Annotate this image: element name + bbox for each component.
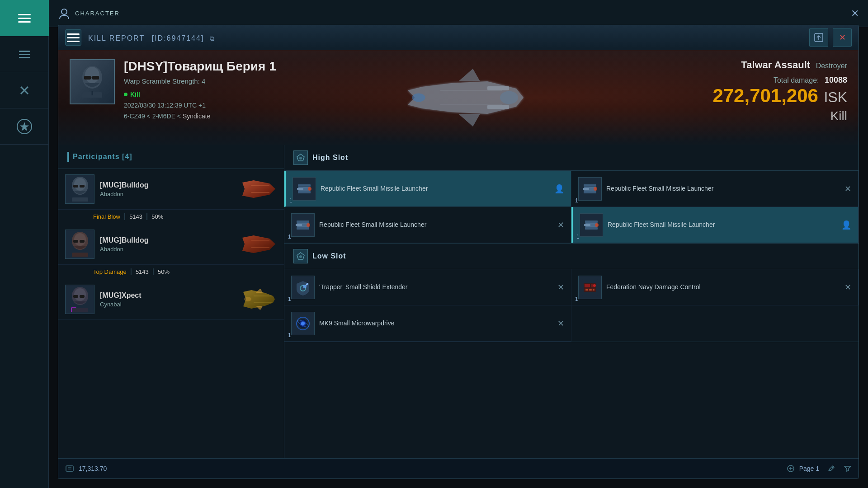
stat-divider-4: | bbox=[152, 267, 154, 276]
combat-icon bbox=[17, 83, 32, 98]
sidebar-item-star[interactable] bbox=[0, 108, 49, 145]
hamburger-icon bbox=[18, 14, 31, 23]
participant-2-name: [MUG]Bulldog bbox=[100, 236, 236, 244]
bottom-bar: 17,313.70 Page 1 bbox=[58, 458, 859, 479]
high-slot-item-1[interactable]: Republic Fleet Small Missile Launcher 👤 … bbox=[284, 171, 571, 207]
low-slot-item-2-qty: 1 bbox=[575, 296, 578, 302]
svg-rect-64 bbox=[296, 224, 302, 226]
close-window-button[interactable]: ✕ bbox=[833, 28, 852, 47]
close-icon: ✕ bbox=[839, 33, 846, 42]
svg-rect-1 bbox=[19, 54, 30, 55]
svg-rect-62 bbox=[297, 227, 309, 230]
svg-rect-49 bbox=[298, 184, 311, 187]
svg-rect-68 bbox=[585, 227, 598, 230]
edit-icon[interactable] bbox=[827, 465, 835, 473]
participant-1-ship-svg bbox=[242, 179, 276, 199]
svg-point-51 bbox=[308, 187, 311, 191]
svg-rect-31 bbox=[73, 240, 78, 243]
participant-2-portrait bbox=[69, 232, 91, 257]
missile-launcher-svg-1 bbox=[294, 179, 314, 199]
participants-header: Participants [4] bbox=[58, 145, 284, 169]
high-slot-item-2[interactable]: Republic Fleet Small Missile Launcher ✕ … bbox=[571, 171, 859, 207]
microwarpdrive-svg bbox=[293, 314, 313, 333]
low-slot-item-1[interactable]: 'Trapper' Small Shield Extender ✕ 1 bbox=[284, 269, 571, 305]
stat-divider-3: | bbox=[130, 267, 132, 276]
participant-3[interactable]: [MUG]Xpect Cynabal bbox=[58, 279, 284, 320]
damage-label: Total damage: bbox=[774, 76, 819, 84]
low-slot-item-2[interactable]: Federation Navy Damage Control ✕ 1 bbox=[571, 269, 859, 305]
ship-name-stat: Talwar Assault Destroyer bbox=[712, 59, 847, 71]
low-slot-symbol bbox=[296, 252, 305, 261]
kill-type-label: Kill bbox=[712, 109, 847, 123]
missile-launcher-icon-1 bbox=[292, 177, 316, 201]
svg-point-72 bbox=[299, 255, 302, 258]
svg-rect-26 bbox=[72, 197, 88, 202]
participant-2-group: [MUG]Bulldog Abaddon bbox=[58, 224, 284, 279]
bottom-bar-value: 17,313.70 bbox=[79, 465, 782, 472]
high-slot-item-4[interactable]: Republic Fleet Small Missile Launcher 👤 … bbox=[571, 207, 859, 243]
participant-1-pct: 50% bbox=[151, 213, 163, 220]
low-slot-item-3[interactable]: MK9 Small Microwarpdrive ✕ 1 bbox=[284, 305, 571, 342]
svg-point-69 bbox=[595, 223, 599, 227]
svg-rect-33 bbox=[72, 253, 88, 257]
svg-marker-6 bbox=[20, 122, 29, 131]
svg-rect-70 bbox=[584, 224, 590, 226]
participant-1-info: [MUG]Bulldog Abaddon bbox=[100, 181, 236, 197]
sidebar-top-button[interactable] bbox=[0, 0, 49, 36]
filter-icon[interactable] bbox=[844, 465, 852, 473]
svg-rect-55 bbox=[584, 184, 596, 187]
participant-3-ship: Cynabal bbox=[100, 301, 236, 308]
syndicate-text: Syndicate bbox=[183, 113, 210, 120]
high-slot-item-3-qty: 1 bbox=[288, 234, 291, 240]
isk-row: 272,701,206 ISK bbox=[712, 85, 847, 107]
damage-row: Total damage: 10088 bbox=[712, 75, 847, 85]
bottom-bar-icon bbox=[65, 464, 74, 473]
svg-line-99 bbox=[832, 467, 833, 468]
svg-rect-12 bbox=[92, 76, 99, 80]
low-slot-item-3-name: MK9 Small Microwarpdrive bbox=[319, 319, 553, 328]
participant-1-avatar bbox=[65, 174, 94, 204]
sidebar-item-combat[interactable] bbox=[0, 72, 49, 108]
svg-point-46 bbox=[299, 157, 302, 160]
high-slot-section: High Slot bbox=[284, 145, 859, 244]
svg-rect-18 bbox=[487, 105, 509, 109]
kill-report-window: KILL REPORT [ID:6947144] ⧉ ✕ bbox=[58, 25, 859, 479]
star-icon bbox=[16, 118, 33, 135]
add-icon[interactable] bbox=[787, 465, 795, 473]
low-slot-item-3-qty: 1 bbox=[288, 332, 291, 338]
char-header-title: CHARACTER bbox=[75, 10, 120, 17]
low-slot-item-1-qty: 1 bbox=[288, 296, 291, 302]
sidebar-item-menu[interactable] bbox=[0, 36, 49, 72]
window-titlebar: KILL REPORT [ID:6947144] ⧉ ✕ bbox=[58, 25, 859, 50]
isk-value: 272,701,206 bbox=[712, 85, 818, 106]
copy-icon[interactable]: ⧉ bbox=[210, 35, 215, 42]
char-portrait-icon bbox=[58, 7, 71, 20]
missile-launcher-svg-2 bbox=[580, 179, 600, 199]
high-slot-icon bbox=[293, 150, 308, 165]
svg-rect-86 bbox=[593, 289, 594, 291]
low-slot-item-1-action: ✕ bbox=[557, 282, 564, 292]
svg-rect-58 bbox=[583, 188, 589, 190]
shield-extender-svg bbox=[293, 277, 313, 297]
high-slot-item-3[interactable]: Republic Fleet Small Missile Launcher ✕ … bbox=[284, 207, 571, 243]
svg-rect-61 bbox=[297, 221, 309, 223]
missile-launcher-svg-4 bbox=[581, 215, 601, 235]
participant-1[interactable]: [MUG]Bulldog Abaddon bbox=[58, 169, 284, 210]
svg-point-30 bbox=[74, 233, 86, 246]
damage-value: 10088 bbox=[825, 75, 847, 84]
high-slot-item-4-action: 👤 bbox=[841, 220, 851, 230]
participant-2-ship-icon bbox=[241, 233, 277, 256]
participant-1-group: [MUG]Bulldog Abaddon bbox=[58, 169, 284, 224]
svg-rect-25 bbox=[80, 185, 85, 188]
page-indicator: Page 1 bbox=[799, 465, 819, 472]
export-button[interactable] bbox=[809, 28, 828, 47]
participant-2[interactable]: [MUG]Bulldog Abaddon bbox=[58, 224, 284, 265]
participant-2-stats: Top Damage | 5143 | 50% bbox=[58, 267, 284, 279]
window-menu-button[interactable] bbox=[65, 29, 81, 46]
participant-3-ship-svg bbox=[242, 289, 276, 310]
participant-3-avatar bbox=[65, 285, 94, 314]
app-close-button[interactable]: ✕ bbox=[851, 8, 859, 19]
bottom-panel: Participants [4] bbox=[58, 145, 859, 479]
high-slot-item-1-action: 👤 bbox=[554, 184, 564, 194]
high-slot-item-2-qty: 1 bbox=[575, 197, 578, 204]
